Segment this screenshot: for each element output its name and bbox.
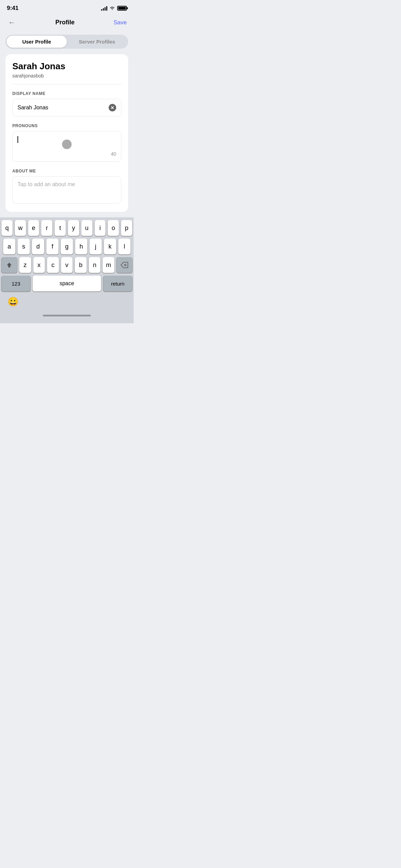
back-button[interactable]: ← xyxy=(7,17,16,28)
status-icons xyxy=(101,6,127,11)
key-k[interactable]: k xyxy=(104,239,116,254)
numbers-key[interactable]: 123 xyxy=(1,276,31,291)
clear-display-name-button[interactable] xyxy=(109,104,116,111)
shift-key[interactable] xyxy=(1,257,17,273)
tab-user-profile[interactable]: User Profile xyxy=(7,36,67,48)
page-title: Profile xyxy=(56,19,75,26)
status-time: 9:41 xyxy=(7,5,19,12)
key-r[interactable]: r xyxy=(41,220,52,236)
home-indicator-bar xyxy=(43,315,91,316)
tab-server-profiles[interactable]: Server Profiles xyxy=(67,36,127,48)
key-y[interactable]: y xyxy=(68,220,79,236)
key-v[interactable]: v xyxy=(61,257,73,273)
signal-bars-icon xyxy=(101,6,107,11)
key-f[interactable]: f xyxy=(46,239,59,254)
drag-handle[interactable] xyxy=(62,140,72,149)
save-button[interactable]: Save xyxy=(113,19,127,26)
key-z[interactable]: z xyxy=(19,257,31,273)
profile-display-name: Sarah Jonas xyxy=(12,61,121,72)
text-cursor xyxy=(17,136,18,143)
home-indicator-area xyxy=(0,312,134,323)
about-me-label: ABOUT ME xyxy=(12,169,121,173)
pronouns-field[interactable]: 40 xyxy=(12,131,121,162)
pronouns-char-count: 40 xyxy=(111,151,116,157)
keyboard-bottom-row: 123 space return xyxy=(1,276,132,293)
display-name-field[interactable] xyxy=(12,99,121,117)
key-m[interactable]: m xyxy=(102,257,114,273)
pronouns-label: PRONOUNS xyxy=(12,123,121,128)
key-u[interactable]: u xyxy=(81,220,93,236)
keyboard-row-1: q w e r t y u i o p xyxy=(1,220,132,236)
key-i[interactable]: i xyxy=(95,220,106,236)
space-key[interactable]: space xyxy=(33,276,101,291)
key-c[interactable]: c xyxy=(47,257,59,273)
emoji-button[interactable]: 😀 xyxy=(7,296,19,308)
key-s[interactable]: s xyxy=(17,239,30,254)
about-me-placeholder: Tap to add an about me xyxy=(17,181,75,187)
key-j[interactable]: j xyxy=(89,239,102,254)
keyboard-row-2: a s d f g h j k l xyxy=(1,239,132,254)
bottom-bar: 😀 xyxy=(0,293,134,312)
key-e[interactable]: e xyxy=(28,220,39,236)
return-key[interactable]: return xyxy=(103,276,132,291)
key-x[interactable]: x xyxy=(33,257,45,273)
status-bar: 9:41 xyxy=(0,0,134,14)
display-name-input[interactable] xyxy=(17,105,109,111)
battery-icon xyxy=(117,6,127,11)
key-n[interactable]: n xyxy=(89,257,101,273)
display-name-label: DISPLAY NAME xyxy=(12,91,121,96)
profile-username: sarahjonasbob xyxy=(12,73,121,84)
delete-icon xyxy=(121,262,128,268)
key-w[interactable]: w xyxy=(15,220,26,236)
key-q[interactable]: q xyxy=(1,220,13,236)
segment-control: User Profile Server Profiles xyxy=(5,35,128,49)
shift-icon xyxy=(6,262,13,268)
nav-bar: ← Profile Save xyxy=(0,14,134,32)
key-d[interactable]: d xyxy=(32,239,44,254)
key-t[interactable]: t xyxy=(54,220,66,236)
key-a[interactable]: a xyxy=(3,239,15,254)
key-g[interactable]: g xyxy=(61,239,73,254)
key-o[interactable]: o xyxy=(108,220,119,236)
key-p[interactable]: p xyxy=(121,220,132,236)
delete-key[interactable] xyxy=(117,257,132,273)
key-b[interactable]: b xyxy=(75,257,87,273)
about-me-field[interactable]: Tap to add an about me xyxy=(12,176,121,204)
key-l[interactable]: l xyxy=(118,239,131,254)
keyboard-row-3: z x c v b n m xyxy=(1,257,132,273)
wifi-icon xyxy=(109,6,115,11)
keyboard: q w e r t y u i o p a s d f g h j k l z … xyxy=(0,217,134,293)
profile-card: Sarah Jonas sarahjonasbob DISPLAY NAME P… xyxy=(5,54,128,212)
key-h[interactable]: h xyxy=(75,239,87,254)
